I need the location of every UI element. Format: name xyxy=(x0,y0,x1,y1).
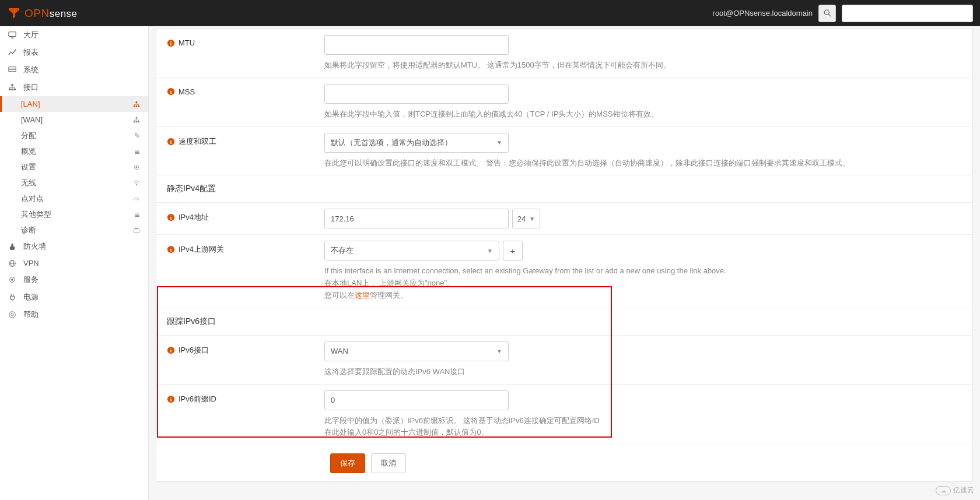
svg-point-7 xyxy=(11,84,13,86)
ipv4-gateway-select[interactable]: 不存在▼ xyxy=(324,241,499,260)
main-content: iMTU 如果将此字段留空，将使用适配器的默认MTU。 这通常为1500字节，但… xyxy=(149,26,980,500)
nav-sub-lan[interactable]: [LAN] xyxy=(0,96,148,112)
nav-interfaces[interactable]: 接口 xyxy=(0,79,148,96)
nav-services[interactable]: 服务 xyxy=(0,271,148,288)
pencil-icon: ✎ xyxy=(134,132,140,140)
plus-icon: + xyxy=(510,246,516,256)
select-value: 不存在 xyxy=(331,245,354,256)
nav-sub-label: [LAN] xyxy=(21,100,40,108)
label-text: IPv6前缀ID xyxy=(178,394,216,404)
mss-input[interactable] xyxy=(324,84,509,104)
label-text: MSS xyxy=(178,87,195,96)
svg-point-26 xyxy=(138,121,139,122)
nav-sub-assign[interactable]: 分配✎ xyxy=(0,128,148,143)
svg-point-18 xyxy=(138,105,139,107)
nav-sub-diag[interactable]: 诊断 xyxy=(0,222,148,238)
top-header: OPNsense root@OPNsense.localdomain xyxy=(0,0,980,26)
svg-line-1 xyxy=(828,15,831,17)
info-icon: i xyxy=(167,138,175,146)
manage-gateway-link[interactable]: 这里 xyxy=(355,291,370,300)
sitemap-icon xyxy=(133,101,140,108)
svg-point-25 xyxy=(136,121,138,122)
watermark: ☁ 亿速云 xyxy=(936,485,974,495)
cogs-icon xyxy=(133,164,140,171)
nav-sub-label: 概览 xyxy=(21,146,36,157)
desktop-icon xyxy=(8,31,19,39)
nav-sub-label: 点对点 xyxy=(21,193,44,204)
select-value: 默认（无首选项，通常为自动选择） xyxy=(331,138,452,148)
nav-sub-wan[interactable]: [WAN] xyxy=(0,112,148,128)
nav-label: 防火墙 xyxy=(23,241,46,252)
svg-point-16 xyxy=(134,105,135,107)
svg-text:i: i xyxy=(170,347,172,353)
save-button[interactable]: 保存 xyxy=(330,453,365,473)
chevron-down-icon: ▼ xyxy=(496,348,502,354)
nav-label: 系统 xyxy=(23,65,38,75)
row-ipv6-prefix: iIPv6前缀ID 此字段中的值为（委派）IPv6前缀标识。 这将基于动态IPv… xyxy=(156,384,972,445)
info-icon: i xyxy=(167,245,175,253)
svg-text:i: i xyxy=(170,138,172,145)
nav-help[interactable]: 帮助 xyxy=(0,306,148,323)
nav-system[interactable]: 系统 xyxy=(0,61,148,79)
ipv6-prefix-input[interactable] xyxy=(324,390,509,410)
logo-text: OPNsense xyxy=(24,7,78,20)
row-mss: iMSS 如果在此字段中输入值，则TCP连接到上面输入的值减去40（TCP / … xyxy=(156,78,972,126)
info-icon: i xyxy=(167,346,175,354)
nav-reports[interactable]: 报表 xyxy=(0,44,148,61)
ipv4-address-input[interactable] xyxy=(324,209,509,228)
svg-rect-2 xyxy=(9,32,16,37)
row-ipv6-if: iIPv6接口 WAN▼ 这将选择要跟踪配置的动态IPv6 WAN接口 xyxy=(156,335,972,384)
mtu-input[interactable] xyxy=(324,35,509,55)
nav-sub-label: 无线 xyxy=(21,178,36,188)
info-icon: i xyxy=(167,213,175,221)
nav-sub-other[interactable]: 其他类型≣ xyxy=(0,206,148,222)
info-icon: i xyxy=(167,39,175,47)
add-gateway-button[interactable]: + xyxy=(503,241,523,260)
ipv4-section-header: 静态IPv4配置 xyxy=(156,175,972,202)
nav-sub-overview[interactable]: 概览≣ xyxy=(0,143,148,159)
life-ring-icon xyxy=(8,311,19,319)
nav-sub-label: 诊断 xyxy=(21,225,36,235)
row-speed: i速度和双工 默认（无首选项，通常为自动选择）▼ 在此您可以明确设置此接口的速度… xyxy=(156,126,972,175)
cancel-button[interactable]: 取消 xyxy=(371,453,406,473)
nav-power[interactable]: 电源 xyxy=(0,288,148,306)
nav-lobby[interactable]: 大厅 xyxy=(0,26,148,44)
svg-point-10 xyxy=(14,89,16,91)
chart-icon xyxy=(8,48,19,57)
nav-sub-settings[interactable]: 设置 xyxy=(0,159,148,175)
nav-sub-wireless[interactable]: 无线 xyxy=(0,175,148,191)
svg-point-23 xyxy=(136,117,138,118)
row-ipv4-addr: iIPv4地址 24▼ xyxy=(156,202,972,234)
briefcase-icon xyxy=(133,227,140,234)
actions-row: 保存 取消 xyxy=(156,445,972,481)
ipv6-interface-select[interactable]: WAN▼ xyxy=(324,341,509,361)
dashboard-icon xyxy=(133,195,140,202)
cog-icon xyxy=(8,276,19,284)
logo[interactable]: OPNsense xyxy=(7,6,78,20)
help-text: 如果将此字段留空，将使用适配器的默认MTU。 这通常为1500字节，但在某些情况… xyxy=(324,59,962,72)
ipv4-prefix-select[interactable]: 24▼ xyxy=(512,209,540,228)
search-input[interactable] xyxy=(842,5,973,22)
nav-sub-label: [WAN] xyxy=(21,115,43,124)
svg-text:i: i xyxy=(170,89,172,95)
nav-label: 电源 xyxy=(23,292,38,302)
svg-point-9 xyxy=(11,89,13,91)
search-button[interactable] xyxy=(818,5,836,22)
speed-select[interactable]: 默认（无首选项，通常为自动选择）▼ xyxy=(324,133,509,153)
svg-point-24 xyxy=(134,121,135,122)
nav-label: 帮助 xyxy=(23,309,38,320)
label-text: MTU xyxy=(178,38,195,47)
label-text: 速度和双工 xyxy=(178,136,216,147)
chevron-down-icon: ▼ xyxy=(487,248,493,254)
nav-sub-label: 分配 xyxy=(21,131,36,141)
nav-vpn[interactable]: VPN xyxy=(0,255,148,271)
server-icon xyxy=(8,66,19,74)
nav-firewall[interactable]: 防火墙 xyxy=(0,238,148,255)
nav-sub-ppp[interactable]: 点对点 xyxy=(0,191,148,206)
help-text: 在此您可以明确设置此接口的速度和双工模式。 警告：您必须保持此设置为自动选择（自… xyxy=(324,157,962,170)
wifi-icon xyxy=(133,179,140,186)
svg-text:i: i xyxy=(170,247,172,253)
form-panel: iMTU 如果将此字段留空，将使用适配器的默认MTU。 这通常为1500字节，但… xyxy=(156,29,973,482)
select-value: 24 xyxy=(517,214,526,223)
svg-point-43 xyxy=(11,314,13,316)
